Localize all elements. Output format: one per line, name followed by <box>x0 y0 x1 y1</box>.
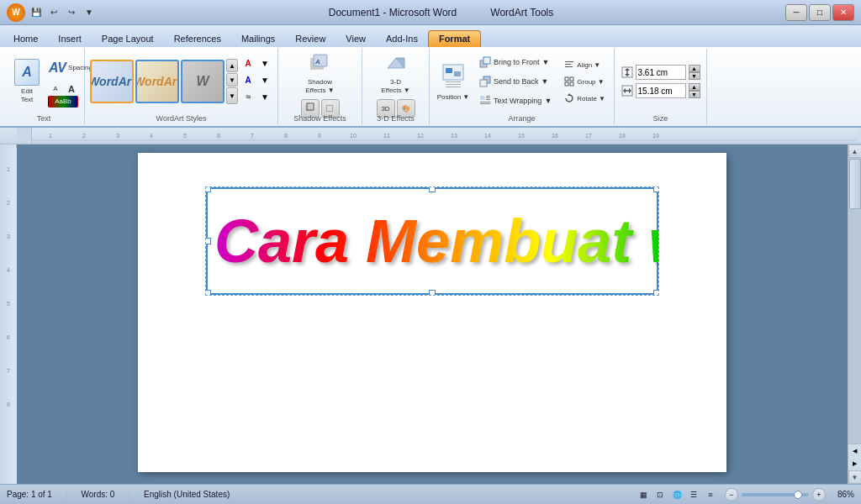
font-size-increase[interactable]: A <box>64 83 79 95</box>
wordart-scroll-up[interactable]: ▲ <box>226 59 238 72</box>
handle-bottom-right[interactable] <box>653 290 659 296</box>
svg-rect-17 <box>480 80 487 87</box>
outline-color-btn[interactable]: A <box>240 72 256 87</box>
width-input[interactable] <box>636 83 686 98</box>
svg-rect-18 <box>480 96 484 100</box>
wordart-style-2[interactable]: WordArt <box>135 60 179 103</box>
handle-bottom-center[interactable] <box>429 290 436 296</box>
title-bar-left: W 💾 ↩ ↪ ▼ <box>7 3 97 22</box>
print-layout-btn[interactable]: ▦ <box>636 487 651 502</box>
tab-view[interactable]: View <box>335 31 376 47</box>
position-button[interactable]: Position ▼ <box>435 58 472 105</box>
bring-to-front-btn[interactable]: Bring to Front ▼ <box>475 53 556 71</box>
wordart-object[interactable]: Cara Membuat word art <box>205 186 659 296</box>
handle-bottom-left[interactable] <box>205 290 211 296</box>
svg-text:3: 3 <box>7 234 10 239</box>
fill-color-dropdown[interactable]: ▼ <box>257 55 272 71</box>
save-btn[interactable]: 💾 <box>29 5 44 20</box>
shadow-icon: A <box>309 53 332 76</box>
maximize-btn[interactable]: □ <box>809 4 831 21</box>
text-wrapping-btn[interactable]: Text Wrapping ▼ <box>475 92 556 110</box>
close-btn[interactable]: ✕ <box>832 4 854 21</box>
effects-dropdown[interactable]: ▼ <box>257 89 272 104</box>
scroll-thumb[interactable] <box>849 159 861 209</box>
handle-top-center[interactable] <box>429 186 436 192</box>
align-btn[interactable]: Align ▼ <box>561 57 609 73</box>
width-row: ▲ ▼ <box>621 83 700 98</box>
tab-home[interactable]: Home <box>3 31 48 47</box>
minimize-btn[interactable]: ─ <box>785 4 807 21</box>
redo-btn[interactable]: ↪ <box>64 5 79 20</box>
page-info: Page: 1 of 1 <box>7 490 52 499</box>
tab-review[interactable]: Review <box>285 31 335 47</box>
wordart-styles-content: WordArt WordArt W ▲ ▼ ▼ A ▼ <box>90 50 272 123</box>
handle-top-right[interactable] <box>653 186 659 192</box>
svg-rect-29 <box>565 82 568 86</box>
tab-format[interactable]: Format <box>428 30 481 47</box>
svg-text:12: 12 <box>417 133 424 139</box>
customize-btn[interactable]: ▼ <box>82 5 97 20</box>
tab-insert[interactable]: Insert <box>48 31 92 47</box>
next-page-btn[interactable]: ▶ <box>853 460 857 467</box>
zoom-slider[interactable] <box>742 493 809 496</box>
window-title: Document1 - Microsoft Word WordArt Tools <box>97 7 785 18</box>
wordart-styles-label: WordArt Styles <box>85 114 277 123</box>
doc-scroll-area[interactable]: Cara Membuat word art <box>17 144 848 484</box>
wordart-scroll-expand[interactable]: ▼ <box>226 87 238 104</box>
svg-text:5: 5 <box>7 301 10 307</box>
outline-color-dropdown[interactable]: ▼ <box>257 72 272 87</box>
outline-btn[interactable]: ☰ <box>686 487 701 502</box>
group-btn[interactable]: Group ▼ <box>561 74 609 90</box>
handle-top-left[interactable] <box>205 186 211 192</box>
svg-rect-61 <box>0 148 17 484</box>
tab-mailings[interactable]: Mailings <box>231 31 285 47</box>
wordart-scroll-down[interactable]: ▼ <box>226 73 238 87</box>
svg-text:8: 8 <box>284 133 288 139</box>
handle-middle-left[interactable] <box>205 238 211 244</box>
full-screen-btn[interactable]: ⊡ <box>652 487 668 502</box>
height-up[interactable]: ▲ <box>689 65 700 72</box>
scroll-up-btn[interactable]: ▲ <box>848 144 862 158</box>
svg-text:11: 11 <box>383 133 390 139</box>
font-size-decrease[interactable]: A <box>48 83 63 95</box>
send-to-back-btn[interactable]: Send to Back ▼ <box>475 72 556 91</box>
svg-rect-27 <box>565 77 568 81</box>
svg-text:13: 13 <box>451 133 457 139</box>
svg-rect-24 <box>565 61 573 62</box>
zoom-in-btn[interactable]: + <box>812 488 826 501</box>
rotate-btn[interactable]: Rotate ▼ <box>561 91 609 107</box>
svg-text:☐: ☐ <box>325 103 334 113</box>
tab-add-ins[interactable]: Add-Ins <box>376 31 428 47</box>
zoom-out-btn[interactable]: − <box>725 488 738 501</box>
svg-rect-25 <box>565 64 571 65</box>
tab-references[interactable]: References <box>164 31 231 47</box>
height-input[interactable] <box>636 65 686 80</box>
3d-effects-button[interactable]: 3-DEffects ▼ <box>374 50 418 97</box>
height-down[interactable]: ▼ <box>689 72 700 80</box>
draft-btn[interactable]: ≡ <box>703 487 718 502</box>
web-layout-btn[interactable]: 🌐 <box>669 487 684 502</box>
svg-rect-21 <box>486 96 490 97</box>
text-format-btn[interactable]: AaBb <box>48 96 78 108</box>
prev-page-btn[interactable]: ◀ <box>853 448 857 454</box>
svg-text:5: 5 <box>183 133 187 139</box>
scroll-track[interactable] <box>848 158 861 444</box>
shadow-effects-button[interactable]: A ShadowEffects ▼ <box>298 50 342 97</box>
width-up[interactable]: ▲ <box>689 83 700 91</box>
spacing-button[interactable]: AV Spacing <box>48 56 78 80</box>
fill-color-btn[interactable]: A <box>240 55 256 71</box>
scroll-down-btn[interactable]: ▼ <box>848 470 862 484</box>
edit-text-button[interactable]: A EditText <box>8 58 45 105</box>
svg-rect-23 <box>486 99 490 100</box>
tab-page-layout[interactable]: Page Layout <box>92 31 164 47</box>
width-down[interactable]: ▼ <box>689 91 700 98</box>
effects-btn[interactable]: ≈ <box>240 89 256 104</box>
svg-rect-10 <box>454 71 461 76</box>
size-label: Size <box>615 114 706 123</box>
undo-btn[interactable]: ↩ <box>46 5 61 20</box>
wordart-style-3[interactable]: W <box>181 60 224 103</box>
wordart-style-1[interactable]: WordArt <box>90 60 134 103</box>
vertical-ruler: 1 2 3 4 5 6 7 8 <box>0 144 17 484</box>
svg-rect-26 <box>565 66 573 67</box>
office-logo[interactable]: W <box>7 3 25 22</box>
